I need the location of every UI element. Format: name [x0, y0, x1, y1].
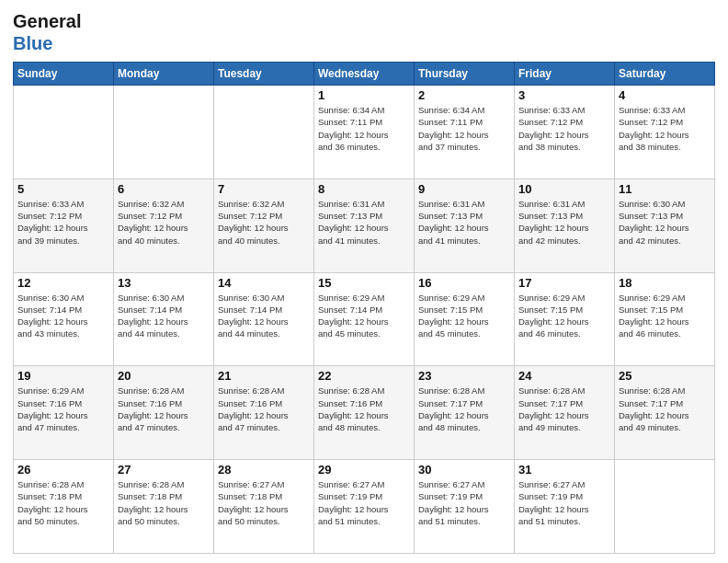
- day-number: 12: [17, 276, 109, 290]
- logo: General Blue: [13, 9, 107, 54]
- calendar-body: 1Sunrise: 6:34 AM Sunset: 7:11 PM Daylig…: [14, 86, 715, 554]
- calendar-cell: 10Sunrise: 6:31 AM Sunset: 7:13 PM Dayli…: [515, 178, 615, 272]
- calendar-cell: [214, 86, 314, 179]
- day-info: Sunrise: 6:30 AM Sunset: 7:13 PM Dayligh…: [619, 198, 711, 247]
- calendar-week-4: 19Sunrise: 6:29 AM Sunset: 7:16 PM Dayli…: [14, 366, 715, 460]
- day-info: Sunrise: 6:29 AM Sunset: 7:15 PM Dayligh…: [518, 292, 610, 340]
- day-number: 29: [318, 463, 410, 477]
- calendar-cell: 29Sunrise: 6:27 AM Sunset: 7:19 PM Dayli…: [314, 460, 415, 554]
- calendar-cell: 2Sunrise: 6:34 AM Sunset: 7:11 PM Daylig…: [415, 86, 515, 179]
- calendar-cell: 22Sunrise: 6:28 AM Sunset: 7:16 PM Dayli…: [314, 366, 415, 460]
- day-number: 21: [218, 369, 310, 383]
- calendar-cell: 5Sunrise: 6:33 AM Sunset: 7:12 PM Daylig…: [14, 178, 114, 272]
- day-info: Sunrise: 6:27 AM Sunset: 7:19 PM Dayligh…: [518, 478, 610, 527]
- day-number: 6: [118, 182, 210, 196]
- day-number: 28: [218, 463, 310, 477]
- day-info: Sunrise: 6:30 AM Sunset: 7:14 PM Dayligh…: [218, 292, 310, 340]
- weekday-wednesday: Wednesday: [314, 63, 415, 86]
- day-info: Sunrise: 6:33 AM Sunset: 7:12 PM Dayligh…: [518, 104, 610, 153]
- logo-blue: Blue: [13, 33, 52, 54]
- calendar-header: SundayMondayTuesdayWednesdayThursdayFrid…: [14, 63, 715, 86]
- day-info: Sunrise: 6:32 AM Sunset: 7:12 PM Dayligh…: [118, 198, 210, 247]
- calendar-cell: 13Sunrise: 6:30 AM Sunset: 7:14 PM Dayli…: [114, 272, 214, 366]
- day-info: Sunrise: 6:28 AM Sunset: 7:17 PM Dayligh…: [518, 385, 610, 433]
- calendar-cell: 17Sunrise: 6:29 AM Sunset: 7:15 PM Dayli…: [515, 272, 615, 366]
- weekday-monday: Monday: [114, 63, 214, 86]
- calendar-cell: 7Sunrise: 6:32 AM Sunset: 7:12 PM Daylig…: [214, 178, 314, 272]
- day-number: 4: [619, 88, 711, 102]
- calendar-cell: 19Sunrise: 6:29 AM Sunset: 7:16 PM Dayli…: [14, 366, 114, 460]
- day-info: Sunrise: 6:30 AM Sunset: 7:14 PM Dayligh…: [118, 292, 210, 340]
- day-number: 31: [518, 463, 610, 477]
- day-info: Sunrise: 6:28 AM Sunset: 7:16 PM Dayligh…: [218, 385, 310, 433]
- calendar-cell: [14, 86, 114, 179]
- day-number: 24: [518, 369, 610, 383]
- logo-icon: [83, 9, 107, 33]
- calendar-cell: 14Sunrise: 6:30 AM Sunset: 7:14 PM Dayli…: [214, 272, 314, 366]
- weekday-header-row: SundayMondayTuesdayWednesdayThursdayFrid…: [14, 63, 715, 86]
- calendar-cell: 12Sunrise: 6:30 AM Sunset: 7:14 PM Dayli…: [14, 272, 114, 366]
- calendar-week-3: 12Sunrise: 6:30 AM Sunset: 7:14 PM Dayli…: [14, 272, 715, 366]
- day-number: 8: [318, 182, 410, 196]
- weekday-thursday: Thursday: [415, 63, 515, 86]
- header: General Blue: [13, 9, 715, 54]
- day-info: Sunrise: 6:28 AM Sunset: 7:16 PM Dayligh…: [318, 385, 410, 433]
- calendar-cell: 11Sunrise: 6:30 AM Sunset: 7:13 PM Dayli…: [615, 178, 715, 272]
- day-info: Sunrise: 6:27 AM Sunset: 7:19 PM Dayligh…: [318, 478, 410, 527]
- weekday-sunday: Sunday: [14, 63, 114, 86]
- calendar-cell: [114, 86, 214, 179]
- day-info: Sunrise: 6:33 AM Sunset: 7:12 PM Dayligh…: [619, 104, 711, 153]
- weekday-tuesday: Tuesday: [214, 63, 314, 86]
- day-number: 10: [518, 182, 610, 196]
- day-info: Sunrise: 6:29 AM Sunset: 7:14 PM Dayligh…: [318, 292, 410, 340]
- day-info: Sunrise: 6:34 AM Sunset: 7:11 PM Dayligh…: [318, 104, 410, 153]
- day-info: Sunrise: 6:28 AM Sunset: 7:16 PM Dayligh…: [118, 385, 210, 433]
- calendar-cell: 16Sunrise: 6:29 AM Sunset: 7:15 PM Dayli…: [415, 272, 515, 366]
- day-number: 1: [318, 88, 410, 102]
- calendar-cell: 4Sunrise: 6:33 AM Sunset: 7:12 PM Daylig…: [615, 86, 715, 179]
- day-number: 14: [218, 276, 310, 290]
- day-info: Sunrise: 6:28 AM Sunset: 7:17 PM Dayligh…: [619, 385, 711, 433]
- calendar-cell: 8Sunrise: 6:31 AM Sunset: 7:13 PM Daylig…: [314, 178, 415, 272]
- day-info: Sunrise: 6:31 AM Sunset: 7:13 PM Dayligh…: [518, 198, 610, 247]
- calendar-cell: 25Sunrise: 6:28 AM Sunset: 7:17 PM Dayli…: [615, 366, 715, 460]
- calendar-cell: 27Sunrise: 6:28 AM Sunset: 7:18 PM Dayli…: [114, 460, 214, 554]
- calendar-cell: 3Sunrise: 6:33 AM Sunset: 7:12 PM Daylig…: [515, 86, 615, 179]
- day-info: Sunrise: 6:28 AM Sunset: 7:17 PM Dayligh…: [418, 385, 510, 433]
- day-number: 5: [17, 182, 109, 196]
- day-info: Sunrise: 6:33 AM Sunset: 7:12 PM Dayligh…: [17, 198, 109, 247]
- day-number: 13: [118, 276, 210, 290]
- day-info: Sunrise: 6:27 AM Sunset: 7:18 PM Dayligh…: [218, 478, 310, 527]
- day-number: 30: [418, 463, 510, 477]
- day-info: Sunrise: 6:30 AM Sunset: 7:14 PM Dayligh…: [17, 292, 109, 340]
- day-info: Sunrise: 6:28 AM Sunset: 7:18 PM Dayligh…: [118, 478, 210, 527]
- day-info: Sunrise: 6:29 AM Sunset: 7:15 PM Dayligh…: [619, 292, 711, 340]
- day-number: 23: [418, 369, 510, 383]
- calendar-cell: 18Sunrise: 6:29 AM Sunset: 7:15 PM Dayli…: [615, 272, 715, 366]
- calendar-cell: 9Sunrise: 6:31 AM Sunset: 7:13 PM Daylig…: [415, 178, 515, 272]
- day-info: Sunrise: 6:31 AM Sunset: 7:13 PM Dayligh…: [318, 198, 410, 247]
- calendar-week-5: 26Sunrise: 6:28 AM Sunset: 7:18 PM Dayli…: [14, 460, 715, 554]
- day-number: 7: [218, 182, 310, 196]
- day-number: 20: [118, 369, 210, 383]
- day-number: 19: [17, 369, 109, 383]
- calendar-cell: 24Sunrise: 6:28 AM Sunset: 7:17 PM Dayli…: [515, 366, 615, 460]
- day-number: 16: [418, 276, 510, 290]
- day-number: 9: [418, 182, 510, 196]
- calendar-cell: 28Sunrise: 6:27 AM Sunset: 7:18 PM Dayli…: [214, 460, 314, 554]
- weekday-saturday: Saturday: [615, 63, 715, 86]
- calendar-table: SundayMondayTuesdayWednesdayThursdayFrid…: [13, 62, 715, 554]
- day-number: 18: [619, 276, 711, 290]
- day-number: 2: [418, 88, 510, 102]
- calendar-cell: 26Sunrise: 6:28 AM Sunset: 7:18 PM Dayli…: [14, 460, 114, 554]
- day-number: 15: [318, 276, 410, 290]
- calendar-cell: 15Sunrise: 6:29 AM Sunset: 7:14 PM Dayli…: [314, 272, 415, 366]
- day-number: 26: [17, 463, 109, 477]
- day-number: 25: [619, 369, 711, 383]
- day-info: Sunrise: 6:27 AM Sunset: 7:19 PM Dayligh…: [418, 478, 510, 527]
- calendar-cell: 6Sunrise: 6:32 AM Sunset: 7:12 PM Daylig…: [114, 178, 214, 272]
- calendar-week-1: 1Sunrise: 6:34 AM Sunset: 7:11 PM Daylig…: [14, 86, 715, 179]
- day-info: Sunrise: 6:29 AM Sunset: 7:15 PM Dayligh…: [418, 292, 510, 340]
- weekday-friday: Friday: [515, 63, 615, 86]
- calendar-cell: [615, 460, 715, 554]
